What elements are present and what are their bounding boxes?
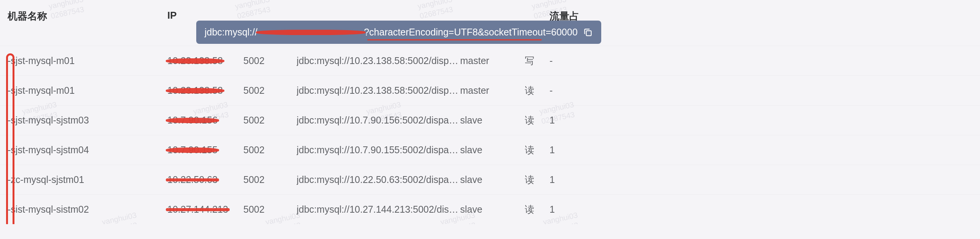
cell-role: slave (460, 144, 509, 156)
cell-rw: 读 (509, 84, 549, 97)
cell-rw: 读 (509, 144, 549, 156)
table-row[interactable]: -sjst-mysql-sjstm03 10.7.90.156 5002 jdb… (0, 105, 980, 135)
header-machine-name: 机器名称 (8, 10, 167, 36)
cell-machine-name: -sjst-mysql-sjstm03 (8, 115, 167, 126)
cell-ip: 10.7.90.155 (167, 144, 243, 156)
cell-port: 5002 (243, 85, 297, 96)
cell-role: slave (460, 115, 509, 126)
cell-machine-name: -sjst-mysql-m01 (8, 55, 167, 66)
cell-rw: 读 (509, 203, 549, 216)
cell-url: jdbc:mysql://10.7.90.156:5002/dispatch_c… (297, 115, 460, 126)
cell-url: jdbc:mysql://10.23.138.58:5002/dispatch_… (297, 85, 460, 96)
cell-ip: 10.7.90.156 (167, 115, 243, 126)
tooltip-text: jdbc:mysql:// ?characterEncoding=UTF8&so… (205, 27, 578, 38)
cell-machine-name: -sjst-mysql-m01 (8, 85, 167, 96)
cell-role: master (460, 55, 509, 66)
cell-ratio: 1 (549, 115, 587, 126)
cell-rw: 写 (509, 55, 549, 67)
cell-role: master (460, 85, 509, 96)
tooltip-redacted (258, 27, 364, 38)
cell-ratio: - (549, 85, 587, 96)
cell-ip: 10.22.50.63 (167, 174, 243, 185)
cell-url: jdbc:mysql://10.23.138.58:5002/dispatch_… (297, 55, 460, 66)
cell-ratio: 1 (549, 204, 587, 215)
cell-url: jdbc:mysql://10.22.50.63:5002/dispatch_c… (297, 174, 460, 185)
table-row[interactable]: -sjst-mysql-m01 10.23.138.58 5002 jdbc:m… (0, 75, 980, 105)
copy-icon[interactable] (583, 27, 593, 37)
table-row[interactable]: -sjst-mysql-sjstm04 10.7.90.155 5002 jdb… (0, 135, 980, 165)
table-row[interactable]: -zc-mysql-sjstm01 10.22.50.63 5002 jdbc:… (0, 165, 980, 194)
cell-port: 5002 (243, 204, 297, 215)
svg-rect-0 (586, 30, 591, 35)
cell-ratio: 1 (549, 144, 587, 156)
cell-rw: 读 (509, 173, 549, 186)
annotation-vertical-bracket (6, 53, 14, 224)
cell-ip: 10.23.138.58 (167, 85, 243, 96)
cell-url: jdbc:mysql://10.27.144.213:5002/dispatch… (297, 204, 460, 215)
cell-rw: 读 (509, 114, 549, 127)
cell-role: slave (460, 204, 509, 215)
cell-machine-name: -zc-mysql-sjstm01 (8, 174, 167, 185)
cell-machine-name: -sist-mysql-sistm02 (8, 204, 167, 215)
cell-ip: 10.23.138.58 (167, 55, 243, 66)
cell-port: 5002 (243, 115, 297, 126)
cell-ratio: 1 (549, 174, 587, 185)
cell-role: slave (460, 174, 509, 185)
cell-ratio: - (549, 55, 587, 66)
cell-url: jdbc:mysql://10.7.90.155:5002/dispatch_c… (297, 144, 460, 156)
cell-machine-name: -sjst-mysql-sjstm04 (8, 144, 167, 156)
cell-ip: 10.27.144.213 (167, 204, 243, 215)
table-row[interactable]: -sist-mysql-sistm02 10.27.144.213 5002 j… (0, 194, 980, 224)
cell-port: 5002 (243, 144, 297, 156)
cell-port: 5002 (243, 174, 297, 185)
annotation-underline (368, 39, 541, 40)
table-row[interactable]: -sjst-mysql-m01 10.23.138.58 5002 jdbc:m… (0, 46, 980, 75)
cell-port: 5002 (243, 55, 297, 66)
